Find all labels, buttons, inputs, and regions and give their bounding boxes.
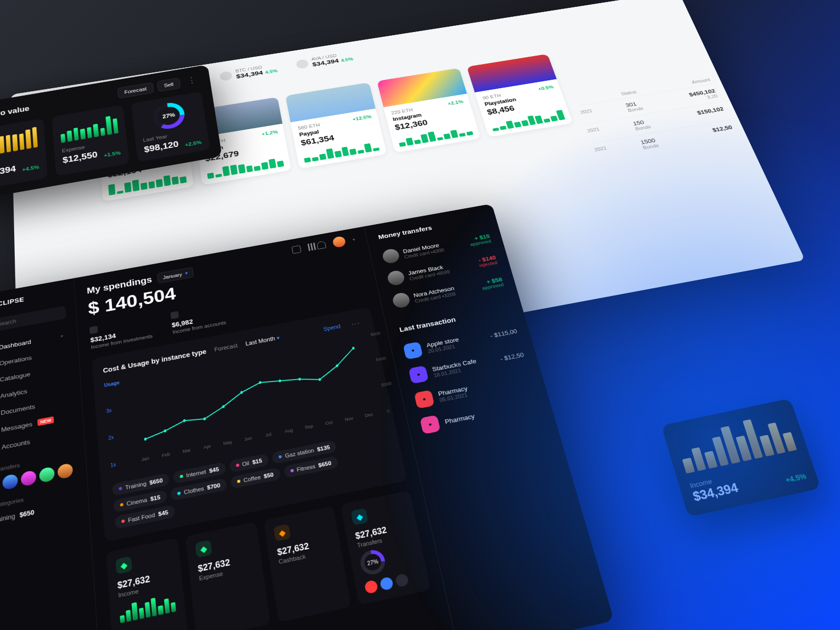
svg-point-7 bbox=[279, 379, 281, 382]
section-label: Top categories bbox=[0, 486, 77, 510]
section-title: Last transaction bbox=[398, 305, 511, 333]
chart-card: Cost & Usage by instance type Forecast L… bbox=[92, 307, 407, 542]
svg-point-5 bbox=[240, 391, 243, 394]
category-chip[interactable]: Fast Food $45 bbox=[114, 505, 175, 529]
chart-bar: Oct bbox=[320, 416, 338, 427]
brand-logo: ECLIPSE bbox=[24, 97, 70, 111]
avatar[interactable] bbox=[39, 466, 55, 483]
chart-bar: Feb bbox=[157, 448, 174, 459]
chart-bar: Aug bbox=[280, 424, 297, 435]
tab-last-month[interactable]: Last Month ▾ bbox=[245, 334, 280, 347]
svg-point-3 bbox=[203, 417, 206, 421]
avatar[interactable] bbox=[20, 470, 36, 487]
new-badge: NEW bbox=[37, 416, 54, 426]
stat-card: ◆$27,632Cashback bbox=[264, 506, 351, 622]
transaction-row[interactable]: ▪Apple store20.01.2021- $115,00 bbox=[402, 319, 520, 364]
svg-point-6 bbox=[259, 381, 261, 384]
stat-icon bbox=[170, 311, 179, 319]
stat-icon: ◆ bbox=[195, 540, 212, 558]
chart-bar: Jul bbox=[259, 428, 277, 439]
stat-card: ◆$27,632Transfers27% bbox=[341, 490, 431, 605]
holdings-table: StatusAmount 2021301Bonds$450,1023,20202… bbox=[574, 75, 737, 162]
sidebar-item-messages[interactable]: MessagesNEW bbox=[0, 408, 72, 442]
nav-dashboard[interactable]: Dashboard bbox=[24, 111, 87, 133]
total-amount: $ 140,504 bbox=[88, 251, 362, 319]
stat-card: ◆$27,632Expense bbox=[185, 522, 270, 630]
svg-point-4 bbox=[222, 405, 225, 408]
sidebar-item-documents[interactable]: Documents bbox=[0, 391, 71, 425]
search-input[interactable]: Search bbox=[0, 306, 66, 334]
transaction-row[interactable]: ▪Pharmacy05.01.2021 bbox=[413, 366, 534, 414]
month-select[interactable]: January▾ bbox=[157, 267, 194, 284]
chevron-down-icon[interactable]: ▾ bbox=[352, 237, 355, 242]
section-title: Investment ideas bbox=[96, 17, 683, 120]
bell-icon[interactable] bbox=[317, 241, 327, 249]
category-chip[interactable]: Internet $45 bbox=[173, 462, 226, 484]
chart-bar: Mar bbox=[178, 444, 195, 455]
sidebar-item-analytics[interactable]: Analytics bbox=[0, 375, 70, 408]
svg-point-9 bbox=[318, 378, 321, 381]
mini-stat: $32,134Income from investments bbox=[89, 316, 153, 350]
grid-icon[interactable] bbox=[291, 245, 301, 254]
ticker: AVA / USD$34,394 4.5% bbox=[295, 51, 353, 70]
coin-icon bbox=[296, 59, 309, 69]
table-row[interactable]: 2021301Bonds$450,1023,20 bbox=[578, 84, 720, 124]
idea-card[interactable]: 340 ETH+4.5%Netflix$22,194 bbox=[97, 112, 194, 202]
section-title: Money transfers bbox=[377, 215, 486, 240]
sidebar-item-catalogue[interactable]: Catalogue bbox=[0, 359, 70, 391]
category-chip[interactable]: Coffee $50 bbox=[230, 467, 281, 489]
page-title: My spendings bbox=[87, 275, 153, 296]
portfolio-subcard: 27%Last Year$98,120+2.5% bbox=[131, 91, 211, 162]
more-icon[interactable]: ⋮ bbox=[183, 75, 200, 88]
sell-button[interactable]: Sell bbox=[156, 78, 181, 92]
table-row[interactable]: 20211500Bonds$12,50 bbox=[592, 120, 737, 162]
category-chip[interactable]: Cinema $15 bbox=[113, 490, 167, 513]
avatar bbox=[381, 248, 400, 264]
sidebar-item-accounts[interactable]: Accounts bbox=[0, 425, 74, 459]
portfolio-subcard: Expense$12,550+1.5% bbox=[51, 105, 129, 176]
chart-bar: Nov bbox=[340, 412, 358, 423]
avatar[interactable] bbox=[2, 474, 18, 490]
user-avatar[interactable] bbox=[332, 236, 346, 248]
category-chip[interactable]: Oil $15 bbox=[229, 453, 269, 472]
mini-stat: $6,982Income from accounts bbox=[170, 303, 226, 335]
chart-bar: May bbox=[219, 436, 236, 447]
search-input[interactable]: Search bbox=[79, 77, 181, 104]
card-label: Income bbox=[689, 472, 735, 490]
transfer-row[interactable]: Daniel MooreCredit card •4300+ $15approv… bbox=[381, 227, 494, 268]
coin-icon bbox=[219, 70, 233, 81]
card-title: Portfolio value bbox=[0, 104, 29, 122]
category-chip[interactable]: Gaz station $135 bbox=[271, 440, 337, 464]
category-chip[interactable]: Training $650 bbox=[112, 473, 170, 496]
transfer-row[interactable]: Nora AtchesonCredit card •3209+ $58appro… bbox=[391, 270, 506, 313]
table-row[interactable]: 2021150Bonds$150,102 bbox=[585, 102, 729, 143]
y-axis-left: Usage 3x 2x 1x bbox=[104, 379, 132, 468]
idea-card[interactable]: 220 ETH+2.1%Instagram$12,360 bbox=[377, 68, 481, 153]
avatar[interactable] bbox=[57, 463, 73, 479]
merchant-icon: ▪ bbox=[403, 342, 423, 360]
svg-point-1 bbox=[164, 429, 166, 433]
stat-icon: ◆ bbox=[351, 508, 369, 526]
idea-card[interactable]: 90 ETH+0.5%Playstation$8,456 bbox=[467, 54, 573, 137]
transfer-row[interactable]: James BlackCredit card •6599- $140reject… bbox=[385, 249, 499, 291]
transaction-row[interactable]: ▪Starbucks Cafe18.01.2021- $12,50 bbox=[407, 342, 527, 388]
idea-card[interactable]: 270 ETH+1.2%Twitch$22,679 bbox=[192, 97, 291, 185]
transaction-row[interactable]: ▪Pharmacy bbox=[418, 391, 541, 439]
category-chip[interactable]: Clothes $700 bbox=[171, 478, 227, 501]
category-chip[interactable]: Fitness $650 bbox=[283, 456, 339, 478]
svg-point-8 bbox=[298, 377, 301, 381]
category-pill: • Training $650 bbox=[0, 497, 78, 529]
chart-bar: Jun bbox=[239, 432, 257, 443]
forecast-button[interactable]: Forecast bbox=[117, 82, 154, 99]
tab-forecast[interactable]: Forecast bbox=[214, 342, 238, 353]
spend-link[interactable]: Spend bbox=[323, 323, 341, 333]
merchant-icon: ▪ bbox=[414, 390, 434, 408]
usage-line bbox=[130, 334, 377, 463]
chart-icon[interactable] bbox=[308, 244, 310, 251]
sidebar-item-operations[interactable]: Operations bbox=[0, 343, 69, 375]
change-pct: +4.5% bbox=[784, 472, 807, 485]
more-icon[interactable]: ⋯ bbox=[347, 317, 364, 329]
svg-point-10 bbox=[335, 364, 338, 368]
sidebar-item-dashboard[interactable]: Dashboard▾ bbox=[0, 327, 68, 359]
idea-card[interactable]: 580 ETH+12.5%Paypal$61,354 bbox=[286, 82, 387, 169]
